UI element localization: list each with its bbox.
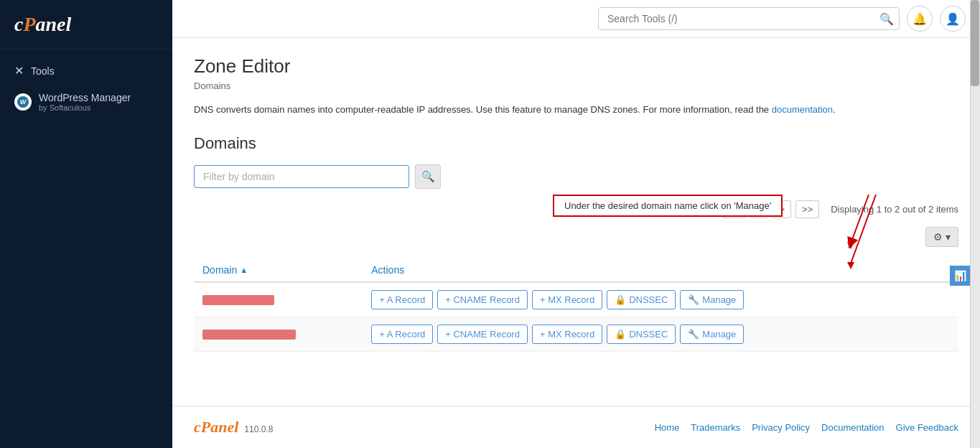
cname-record-button-1[interactable]: + CNAME Record bbox=[437, 290, 528, 309]
search-input[interactable] bbox=[598, 7, 900, 30]
wp-labels: WordPress Manager by Softaculous bbox=[39, 92, 131, 112]
domains-section-title: Domains bbox=[194, 134, 958, 153]
table-row: + A Record + CNAME Record + MX Record 🔒 … bbox=[194, 317, 958, 351]
user-button[interactable]: 👤 bbox=[940, 6, 966, 32]
topbar: 🔍 🔔 👤 bbox=[172, 0, 980, 38]
footer-documentation-link[interactable]: Documentation bbox=[821, 422, 884, 433]
lock-icon-1: 🔒 bbox=[615, 294, 626, 305]
footer-privacy-link[interactable]: Privacy Policy bbox=[752, 422, 810, 433]
corner-chart-icon[interactable]: 📊 bbox=[950, 266, 970, 286]
pagination-last-button[interactable]: >> bbox=[795, 200, 819, 218]
actions-header-label: Actions bbox=[371, 264, 404, 276]
sidebar-logo: cPanel bbox=[0, 0, 172, 50]
filter-domain-input[interactable] bbox=[194, 165, 409, 188]
domain-cell-1 bbox=[194, 282, 363, 317]
sidebar-item-tools[interactable]: ✕ Tools bbox=[0, 57, 172, 85]
wp-inner-icon bbox=[17, 96, 29, 108]
description-period: . bbox=[833, 104, 836, 115]
mx-record-button-2[interactable]: + MX Record bbox=[532, 325, 602, 344]
documentation-link[interactable]: documentation bbox=[772, 104, 833, 115]
user-icon: 👤 bbox=[946, 12, 960, 26]
sidebar-tools-label: Tools bbox=[31, 65, 55, 77]
domain-redacted-2 bbox=[202, 330, 296, 340]
sidebar-item-wordpress-manager[interactable]: WordPress Manager by Softaculous bbox=[0, 85, 172, 119]
filter-search-icon: 🔍 bbox=[421, 170, 435, 183]
mx-record-button-1[interactable]: + MX Record bbox=[532, 290, 602, 309]
page-description: DNS converts domain names into computer-… bbox=[194, 103, 958, 117]
gear-icon: ⚙ bbox=[933, 231, 943, 243]
wordpress-manager-label: WordPress Manager bbox=[39, 92, 131, 103]
dnssec-label-1: DNSSEC bbox=[629, 294, 668, 305]
manage-label-2: Manage bbox=[702, 329, 736, 340]
dnssec-label-2: DNSSEC bbox=[629, 329, 668, 340]
footer-home-link[interactable]: Home bbox=[655, 422, 680, 433]
dnssec-button-2[interactable]: 🔒 DNSSEC bbox=[607, 325, 676, 344]
search-wrap: 🔍 bbox=[598, 7, 900, 30]
main-content: 🔍 🔔 👤 Zone Editor Domains DNS converts d… bbox=[172, 0, 980, 448]
pagination-info: Displaying 1 to 2 out of 2 items bbox=[831, 204, 958, 215]
sidebar: cPanel ✕ Tools WordPress Manager by Soft… bbox=[0, 0, 172, 448]
manage-label-1: Manage bbox=[702, 294, 736, 305]
description-text: DNS converts domain names into computer-… bbox=[194, 104, 769, 115]
wrench-icon-1: 🔧 bbox=[688, 294, 699, 305]
chart-icon: 📊 bbox=[954, 270, 966, 281]
table-row: + A Record + CNAME Record + MX Record 🔒 … bbox=[194, 282, 958, 317]
settings-button[interactable]: ⚙ ▾ bbox=[925, 227, 958, 247]
tools-icon: ✕ bbox=[14, 64, 24, 78]
column-domain: Domain ▲ bbox=[194, 258, 363, 282]
annotation-area: Under the desired domain name click on '… bbox=[194, 200, 958, 218]
cname-record-button-2[interactable]: + CNAME Record bbox=[437, 325, 528, 344]
footer-logo: cPanel bbox=[194, 418, 238, 437]
notifications-button[interactable]: 🔔 bbox=[907, 6, 933, 32]
settings-dropdown-icon: ▾ bbox=[946, 231, 951, 243]
domain-sort-button[interactable]: Domain bbox=[202, 264, 237, 276]
table-header: Domain ▲ Actions bbox=[194, 258, 958, 282]
a-record-button-1[interactable]: + A Record bbox=[371, 290, 433, 309]
page-footer: cPanel 110.0.8 Home Trademarks Privacy P… bbox=[172, 406, 980, 448]
dnssec-button-1[interactable]: 🔒 DNSSEC bbox=[607, 290, 676, 309]
annotation-box: Under the desired domain name click on '… bbox=[553, 195, 783, 217]
manage-button-2[interactable]: 🔧 Manage bbox=[680, 325, 744, 344]
search-button[interactable]: 🔍 bbox=[879, 12, 894, 26]
actions-cell-1: + A Record + CNAME Record + MX Record 🔒 … bbox=[363, 282, 958, 317]
scrollbar[interactable] bbox=[970, 0, 980, 448]
domain-cell-2 bbox=[194, 317, 363, 351]
footer-version: 110.0.8 bbox=[244, 424, 273, 434]
actions-cell-2: + A Record + CNAME Record + MX Record 🔒 … bbox=[363, 317, 958, 351]
settings-row: ⚙ ▾ bbox=[194, 227, 958, 253]
cpanel-logo: cPanel bbox=[14, 13, 158, 36]
wordpress-icon bbox=[14, 93, 32, 111]
page-title: Zone Editor bbox=[194, 55, 958, 78]
domain-redacted-1 bbox=[202, 295, 274, 305]
bell-icon: 🔔 bbox=[913, 12, 927, 26]
page-content: Zone Editor Domains DNS converts domain … bbox=[172, 38, 980, 406]
table-body: + A Record + CNAME Record + MX Record 🔒 … bbox=[194, 282, 958, 352]
filter-search-button[interactable]: 🔍 bbox=[415, 164, 441, 189]
a-record-button-2[interactable]: + A Record bbox=[371, 325, 433, 344]
annotation-text: Under the desired domain name click on '… bbox=[564, 200, 771, 211]
footer-links: Home Trademarks Privacy Policy Documenta… bbox=[655, 422, 958, 433]
breadcrumb: Domains bbox=[194, 80, 958, 91]
wordpress-manager-sublabel: by Softaculous bbox=[39, 103, 131, 112]
filter-row: 🔍 bbox=[194, 164, 958, 189]
sort-asc-icon: ▲ bbox=[240, 266, 248, 274]
lock-icon-2: 🔒 bbox=[615, 329, 626, 340]
footer-logo-area: cPanel 110.0.8 bbox=[194, 418, 273, 437]
manage-button-1[interactable]: 🔧 Manage bbox=[680, 290, 744, 309]
scrollbar-thumb[interactable] bbox=[971, 0, 979, 86]
domains-table: Domain ▲ Actions bbox=[194, 258, 958, 352]
wrench-icon-2: 🔧 bbox=[688, 329, 699, 340]
footer-feedback-link[interactable]: Give Feedback bbox=[896, 422, 958, 433]
sidebar-nav: ✕ Tools WordPress Manager by Softaculous bbox=[0, 50, 172, 126]
column-actions: Actions bbox=[363, 258, 958, 282]
footer-logo-text: cPanel bbox=[194, 418, 238, 436]
footer-trademarks-link[interactable]: Trademarks bbox=[691, 422, 740, 433]
